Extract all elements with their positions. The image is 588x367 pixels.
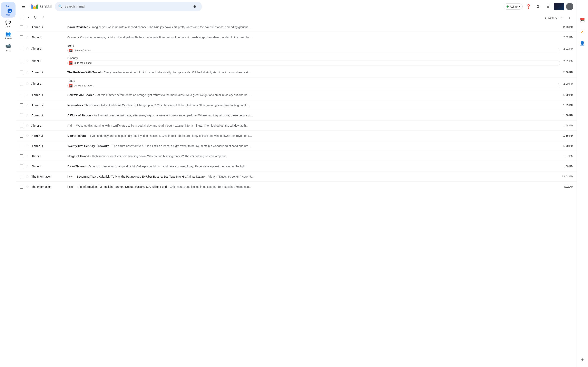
email-preview: Show's over, folks. And didn't October d…: [84, 104, 250, 107]
sidebar-item-spaces[interactable]: 👥 Spaces: [1, 30, 16, 41]
email-row[interactable]: ☆ Abner Li Don't Hesitate - If you sudde…: [16, 131, 577, 141]
email-body: Tips The Information AM - Insight Partne…: [67, 185, 560, 188]
star-button[interactable]: ☆: [26, 144, 29, 148]
attachment-chip[interactable]: 📷 phoenix-7-tease…: [67, 48, 560, 53]
sidebar-item-mail[interactable]: ✉ 11 Mail: [1, 2, 16, 17]
email-row[interactable]: ☆ The Information Tips The Information A…: [16, 182, 577, 192]
email-body: Dawn Revisited - Imagine you wake up wit…: [67, 25, 560, 29]
settings-button[interactable]: ⚙: [534, 2, 542, 11]
email-subject: Dylan Thomas -: [67, 165, 87, 168]
star-button[interactable]: ☆: [26, 81, 29, 86]
spaces-icon: 👥: [5, 31, 11, 37]
email-row[interactable]: ☆ Abner Li Coming - On longer evenings, …: [16, 32, 577, 42]
email-row[interactable]: ☆ Abner Li Twenty-first Century Firework…: [16, 141, 577, 151]
email-time: 1:59 PM: [563, 93, 573, 96]
email-row[interactable]: ☆ Abner Li Test 1 📷 Galaxy S22 Goo… 2:00…: [16, 77, 577, 90]
star-button[interactable]: ☆: [26, 46, 29, 51]
email-preview: On longer evenings, Light, chill and yel…: [80, 36, 252, 39]
left-sidebar: ✉ 11 Mail 💬 Chat 👥 Spaces 📹 Meet: [0, 0, 16, 367]
email-row[interactable]: ☆ Abner Li Rain - Woke up this morning w…: [16, 120, 577, 131]
status-button[interactable]: Active ▾: [504, 3, 523, 9]
star-button[interactable]: ☆: [26, 123, 29, 128]
email-sender: Abner Li: [31, 47, 64, 50]
contacts-button[interactable]: 👤: [579, 39, 587, 47]
sidebar-item-chat[interactable]: 💬 Chat: [1, 18, 16, 29]
email-row[interactable]: ☆ Abner Li Clooney 📷 up-in-the-air.png 2…: [16, 55, 577, 67]
email-row[interactable]: ☆ Abner Li A Work of Fiction - As I turn…: [16, 110, 577, 120]
email-row[interactable]: ☆ Abner Li Song 📷 phoenix-7-tease… 2:01 …: [16, 42, 577, 55]
email-row[interactable]: ☆ Abner Li How We Are Spared - At midsum…: [16, 90, 577, 100]
search-icon: 🔍: [58, 4, 63, 9]
refresh-button[interactable]: ↻: [31, 14, 39, 21]
prev-page-button[interactable]: ‹: [558, 14, 566, 21]
search-bar[interactable]: 🔍 ⚙: [55, 2, 202, 11]
email-row[interactable]: ☆ Abner Li The Problem With Travel - Eve…: [16, 67, 577, 77]
status-chevron-icon: ▾: [519, 5, 520, 8]
email-time: 2:02 PM: [563, 36, 573, 39]
email-checkbox[interactable]: [20, 47, 23, 50]
sidebar-item-meet[interactable]: 📹 Meet: [1, 42, 16, 53]
search-input[interactable]: [64, 5, 189, 8]
email-body: A Work of Fiction - As I turned over the…: [67, 114, 560, 117]
tasks-button[interactable]: ✓: [579, 28, 587, 36]
email-checkbox[interactable]: [20, 71, 23, 74]
email-preview: As I turned over the last page, after ma…: [94, 114, 253, 117]
user-avatar[interactable]: [566, 3, 573, 10]
search-options-button[interactable]: ⚙: [190, 2, 199, 11]
email-row[interactable]: ☆ Abner Li November - Show's over, folks…: [16, 100, 577, 110]
email-subject: A Work of Fiction -: [67, 114, 93, 117]
attachment-chip[interactable]: 📷 up-in-the-air.png: [67, 60, 560, 66]
star-button[interactable]: ☆: [26, 25, 29, 29]
select-dropdown-button[interactable]: ▾: [26, 14, 31, 21]
email-checkbox[interactable]: [20, 144, 23, 148]
more-options-button[interactable]: ⋮: [40, 14, 47, 21]
attachment-chip[interactable]: 📷 Galaxy S22 Goo…: [67, 83, 560, 88]
email-preview: Do not go gentle into that good night, O…: [89, 165, 246, 168]
star-button[interactable]: ☆: [26, 184, 29, 189]
news-thumbnail[interactable]: [554, 3, 564, 10]
add-app-button[interactable]: +: [579, 356, 587, 364]
email-checkbox[interactable]: [20, 134, 23, 138]
star-button[interactable]: ☆: [26, 174, 29, 179]
star-button[interactable]: ☆: [26, 164, 29, 169]
hamburger-button[interactable]: ☰: [20, 2, 28, 11]
email-row[interactable]: ☆ Abner Li Dylan Thomas - Do not go gent…: [16, 161, 577, 171]
pagination-info: 1–72 of 72: [545, 16, 557, 19]
email-row[interactable]: ☆ Abner Li Dawn Revisited - Imagine you …: [16, 22, 577, 32]
email-checkbox[interactable]: [20, 35, 23, 39]
email-checkbox[interactable]: [20, 93, 23, 97]
email-checkbox[interactable]: [20, 25, 23, 29]
email-row[interactable]: ☆ The Information Tips Becoming Travis K…: [16, 171, 577, 182]
email-row[interactable]: ☆ Abner Li Margaret Atwood - High summer…: [16, 151, 577, 161]
email-checkbox[interactable]: [20, 175, 23, 178]
email-checkbox[interactable]: [20, 103, 23, 107]
select-all-checkbox[interactable]: [20, 16, 23, 19]
star-button[interactable]: ☆: [26, 154, 29, 158]
email-checkbox[interactable]: [20, 165, 23, 168]
email-checkbox[interactable]: [20, 124, 23, 127]
star-button[interactable]: ☆: [26, 59, 29, 63]
email-time: 1:58 PM: [563, 144, 573, 147]
apps-button[interactable]: ⠿: [544, 2, 552, 11]
star-button[interactable]: ☆: [26, 70, 29, 75]
email-checkbox[interactable]: [20, 185, 23, 189]
email-checkbox[interactable]: [20, 59, 23, 63]
email-subject: Don't Hesitate -: [67, 134, 88, 137]
email-tag: Tips: [67, 185, 74, 188]
email-time: 2:01 PM: [563, 47, 573, 50]
calendar-button[interactable]: 📅: [579, 16, 587, 25]
star-button[interactable]: ☆: [26, 35, 29, 40]
star-button[interactable]: ☆: [26, 93, 29, 97]
star-button[interactable]: ☆: [26, 133, 29, 138]
email-checkbox[interactable]: [20, 114, 23, 117]
mail-icon: ✉: [6, 4, 9, 9]
email-preview: High summer, our lives here winding down…: [92, 155, 226, 158]
email-preview: The future hasn't arrived. It is all sti…: [112, 144, 251, 148]
email-checkbox[interactable]: [20, 154, 23, 158]
star-button[interactable]: ☆: [26, 113, 29, 118]
next-page-button[interactable]: ›: [566, 14, 573, 21]
email-checkbox[interactable]: [20, 82, 23, 85]
help-button[interactable]: ❓: [524, 2, 532, 11]
email-time: 1:57 PM: [563, 155, 573, 158]
star-button[interactable]: ☆: [26, 103, 29, 108]
